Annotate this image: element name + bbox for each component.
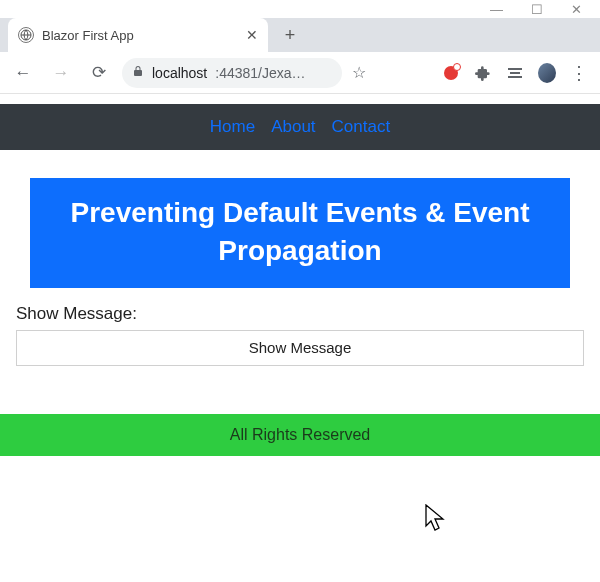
url-host: localhost <box>152 65 207 81</box>
mouse-cursor-icon <box>425 504 447 532</box>
reading-list-icon[interactable] <box>506 64 524 82</box>
tab-title: Blazor First App <box>42 28 134 43</box>
profile-avatar[interactable] <box>538 64 556 82</box>
window-close-button[interactable]: ✕ <box>571 3 582 16</box>
page-heading-banner: Preventing Default Events & Event Propag… <box>30 178 570 288</box>
browser-menu-button[interactable]: ⋮ <box>570 64 588 82</box>
site-footer: All Rights Reserved <box>0 414 600 456</box>
window-maximize-button[interactable]: ☐ <box>531 3 543 16</box>
site-navbar: Home About Contact <box>0 104 600 150</box>
bookmark-star-icon[interactable]: ☆ <box>352 63 366 82</box>
browser-tabstrip: Blazor First App ✕ + <box>0 18 600 52</box>
window-titlebar: — ☐ ✕ <box>0 0 600 18</box>
extension-record-icon[interactable] <box>442 64 460 82</box>
reload-button[interactable]: ⟳ <box>84 58 114 88</box>
page-viewport: Home About Contact Preventing Default Ev… <box>0 104 600 456</box>
lock-icon <box>132 65 144 80</box>
browser-toolbar: ← → ⟳ localhost:44381/Jexa… ☆ ⋮ <box>0 52 600 94</box>
show-message-button[interactable]: Show Message <box>16 330 584 366</box>
window-minimize-button[interactable]: — <box>490 3 503 16</box>
url-path: :44381/Jexa… <box>215 65 305 81</box>
forward-button[interactable]: → <box>46 58 76 88</box>
browser-tab-active[interactable]: Blazor First App ✕ <box>8 18 268 52</box>
extensions-puzzle-icon[interactable] <box>474 64 492 82</box>
globe-icon <box>18 27 34 43</box>
new-tab-button[interactable]: + <box>276 21 304 49</box>
footer-text: All Rights Reserved <box>230 426 371 444</box>
show-message-label: Show Message: <box>16 304 584 330</box>
extension-icons: ⋮ <box>442 64 592 82</box>
back-button[interactable]: ← <box>8 58 38 88</box>
page-content: Preventing Default Events & Event Propag… <box>0 150 600 366</box>
tab-close-button[interactable]: ✕ <box>246 27 258 43</box>
nav-link-home[interactable]: Home <box>207 117 258 137</box>
address-bar[interactable]: localhost:44381/Jexa… <box>122 58 342 88</box>
nav-link-about[interactable]: About <box>268 117 318 137</box>
nav-link-contact[interactable]: Contact <box>329 117 394 137</box>
